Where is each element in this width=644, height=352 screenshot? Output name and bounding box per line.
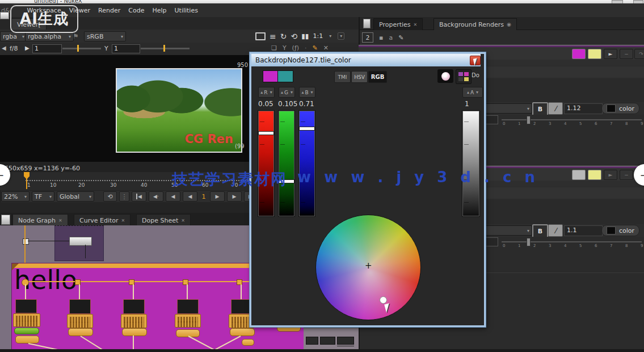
undo-button[interactable]: − [620,49,633,59]
tab-node-graph[interactable]: Node Graph✕ [12,214,68,226]
r-value[interactable]: 0.05 [258,100,273,108]
chevron-down-icon[interactable]: ▾ [338,32,344,40]
pencil-icon[interactable]: ✎ [313,44,318,52]
pointer-button[interactable]: ► [604,49,617,59]
font-size-input[interactable]: 1.1 [564,225,603,236]
wheel-toggle-button[interactable] [437,69,453,83]
label-node[interactable] [175,314,201,328]
size-slider-thumb[interactable] [527,116,531,124]
monitor-icon[interactable] [255,32,266,40]
subpanel-box[interactable] [306,337,318,345]
dot-node[interactable] [23,238,29,245]
close-icon[interactable]: ✕ [414,22,418,27]
frame-slider[interactable] [62,48,101,49]
menu-help[interactable]: Help [152,7,166,14]
frame-input[interactable]: 1 [32,44,62,53]
sync-icon[interactable]: ↻ [280,32,287,40]
note-color-swatch[interactable] [588,49,601,59]
y-input[interactable]: 1 [112,44,140,53]
alpha-slider[interactable] [462,111,479,216]
colorspace-dropdown[interactable]: sRGB▾ [84,31,126,41]
label-node[interactable] [67,314,93,328]
thumb-node[interactable] [123,299,145,314]
blue-slider-handle[interactable] [299,127,315,131]
color-wheel[interactable]: + [315,215,421,320]
subpanel-box[interactable] [320,337,335,345]
bar-node[interactable] [242,339,254,346]
green-slider[interactable] [279,111,294,216]
color-control[interactable]: color [601,103,639,114]
mode-tmi-button[interactable]: TMI [334,71,351,83]
bar-node[interactable] [230,328,255,336]
menu-render[interactable]: Render [98,7,120,14]
color-control[interactable]: color [601,225,639,236]
green-node[interactable] [14,328,39,334]
b-value[interactable]: 0.71 [299,100,314,108]
prev-keyframe-button[interactable]: ◀· [149,191,163,202]
edit-icon[interactable]: ✎ [398,34,403,41]
y-slider[interactable] [141,48,190,49]
play-forward-button[interactable]: ▶ [210,191,225,202]
close-icon[interactable]: ✕ [181,218,185,223]
chevron-down-icon[interactable]: ▾ [329,33,331,39]
frame-slider-handle[interactable] [77,45,79,52]
wipe-icon[interactable]: Y [283,44,287,52]
note-color-swatch[interactable] [588,170,601,180]
bold-button[interactable]: B [532,224,548,238]
node-count-box[interactable]: 2 [362,32,373,43]
blue-slider[interactable] [299,111,315,216]
color-picker-dialog[interactable]: BackdropNode127.tlie_color ✕ TMI HSV RGB… [250,52,486,327]
b-channel-button[interactable]: ▴B▾ [299,87,315,98]
tab-properties[interactable]: Properties✕ [373,18,423,30]
a-value[interactable]: 1 [465,100,469,108]
prev-icon[interactable]: ◀ [2,45,6,51]
tab-dope-sheet[interactable]: Dope Sheet✕ [136,214,191,226]
play-backward-button[interactable]: ◀ [183,191,197,202]
menu-utilities[interactable]: Utilities [175,7,198,14]
tile-color-swatch[interactable] [572,49,586,59]
swatch-previous[interactable] [277,70,293,82]
menu-code[interactable]: Code [128,7,144,14]
tf-dropdown[interactable]: TF▾ [32,191,54,202]
bar-node[interactable] [122,328,147,336]
pointer-button[interactable]: ► [604,170,617,180]
flag-icon[interactable]: ⚑ [73,33,79,40]
redo-button[interactable]: ↷ [634,49,644,59]
undo-button[interactable]: − [620,170,633,180]
subpanel-box[interactable] [337,337,354,345]
refresh-icon[interactable]: ⟲ [291,32,297,40]
font-size-input[interactable]: 1.12 [564,103,603,114]
y-slider-handle[interactable] [163,45,165,52]
tab-curve-editor[interactable]: Curve Editor✕ [74,214,131,226]
thumb-node[interactable] [15,299,37,313]
zoom-ratio[interactable]: 1:1 [313,32,323,40]
tab-background-renders[interactable]: Background Renders◉ [433,18,517,30]
fps-icon[interactable]: (ƒ) [292,44,299,52]
color-chip[interactable] [607,227,616,234]
zoom-dropdown[interactable]: 22%▾ [1,191,30,202]
goto-start-button[interactable]: ◀ [132,191,146,202]
pane-button[interactable] [0,12,9,19]
dialog-titlebar[interactable]: BackdropNode127.tlie_color ✕ [251,54,481,66]
thumb-node[interactable] [177,299,199,314]
next-icon[interactable]: ▶ [25,45,30,51]
dropper-button[interactable]: Do [472,72,479,78]
white-node[interactable] [69,237,92,246]
g-channel-button[interactable]: ▴G▾ [279,87,295,98]
close-icon[interactable]: ✕ [121,218,125,223]
color-chip[interactable] [607,104,616,112]
r-channel-button[interactable]: ▴R▾ [258,87,275,98]
wheel-selector-dot[interactable] [380,296,387,304]
swatch-current[interactable] [263,70,279,82]
frame-mode-button[interactable]: ⋮ [119,191,129,202]
lock-icon[interactable]: ▪ [379,34,383,41]
step-back-button[interactable]: ◀ [166,191,180,202]
bar-node[interactable] [15,336,39,343]
close-small-icon[interactable]: ✕ [323,44,329,52]
menu-lines-icon[interactable]: ≡ [270,32,276,40]
current-frame[interactable]: 1 [200,193,208,200]
red-slider-handle[interactable] [258,131,274,135]
tile-color-swatch[interactable] [572,170,586,180]
a-channel-button[interactable]: ▴A▾ [462,87,483,98]
bold-button[interactable]: B [532,102,548,116]
